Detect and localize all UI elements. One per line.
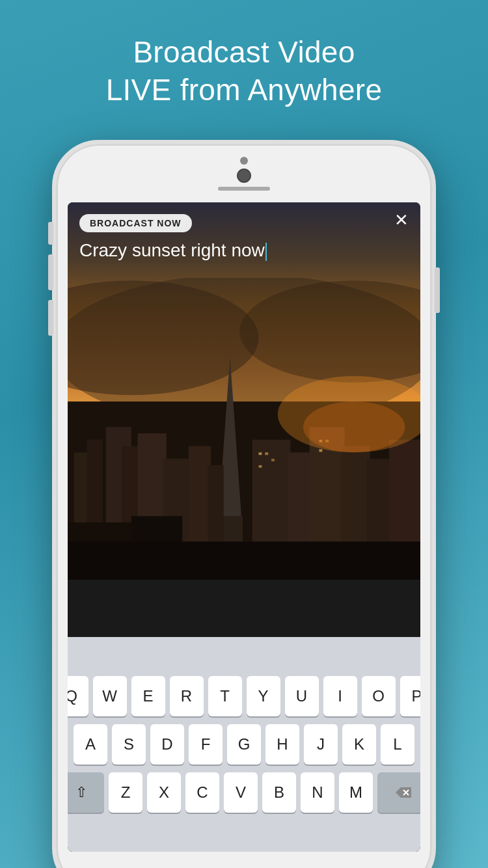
phone-screen: BROADCAST NOW ✕ Crazy sunset right now (68, 202, 420, 852)
broadcast-title[interactable]: Crazy sunset right now (79, 240, 409, 261)
power-button[interactable] (435, 267, 440, 313)
svg-rect-21 (265, 452, 268, 455)
key-r[interactable]: R (170, 676, 204, 716)
volume-down-button[interactable] (48, 300, 53, 336)
svg-rect-26 (319, 449, 322, 452)
delete-key[interactable] (377, 772, 420, 813)
key-m[interactable]: M (339, 772, 373, 813)
key-z[interactable]: Z (109, 772, 142, 813)
close-icon: ✕ (394, 210, 409, 230)
broadcast-title-text: Crazy sunset right now (79, 240, 265, 260)
key-f[interactable]: F (189, 724, 223, 765)
key-n[interactable]: N (301, 772, 334, 813)
volume-up-button[interactable] (48, 254, 53, 290)
keyboard-area: Q W E R T Y U I O P A S D F G (68, 637, 420, 852)
speaker-bar (218, 187, 270, 191)
key-s[interactable]: S (112, 724, 146, 765)
svg-rect-29 (68, 541, 420, 580)
key-b[interactable]: B (262, 772, 296, 813)
svg-point-31 (303, 401, 405, 452)
key-v[interactable]: V (224, 772, 258, 813)
key-i[interactable]: I (323, 676, 357, 716)
key-p[interactable]: P (400, 676, 421, 716)
svg-rect-23 (259, 465, 262, 468)
key-q[interactable]: Q (68, 676, 88, 716)
phone-shell: BROADCAST NOW ✕ Crazy sunset right now (52, 140, 436, 868)
key-j[interactable]: J (304, 724, 338, 765)
key-a[interactable]: A (74, 724, 107, 765)
text-cursor (265, 243, 267, 261)
key-d[interactable]: D (150, 724, 184, 765)
phone-top-hardware (218, 157, 270, 191)
keyboard-row-3: ⇧ Z X C V B N M (68, 772, 420, 813)
keyboard-row-1: Q W E R T Y U I O P (68, 676, 420, 716)
keyboard-row-2: A S D F G H J K L (74, 724, 414, 765)
key-x[interactable]: X (147, 772, 181, 813)
svg-rect-20 (259, 452, 262, 455)
svg-rect-22 (271, 459, 275, 461)
close-button[interactable]: ✕ (394, 211, 409, 228)
key-g[interactable]: G (227, 724, 261, 765)
key-k[interactable]: K (342, 724, 376, 765)
key-o[interactable]: O (362, 676, 396, 716)
key-l[interactable]: L (381, 724, 414, 765)
key-u[interactable]: U (285, 676, 319, 716)
key-e[interactable]: E (131, 676, 165, 716)
broadcast-badge: BROADCAST NOW (79, 214, 192, 232)
mute-button[interactable] (48, 222, 53, 245)
shift-key[interactable]: ⇧ (68, 772, 104, 813)
key-h[interactable]: H (265, 724, 299, 765)
key-y[interactable]: Y (247, 676, 280, 716)
phone-wrap: BROADCAST NOW ✕ Crazy sunset right now (52, 140, 436, 868)
speaker-dot (240, 157, 248, 165)
broadcast-badge-label: BROADCAST NOW (90, 218, 182, 228)
key-c[interactable]: C (185, 772, 219, 813)
key-t[interactable]: T (208, 676, 242, 716)
key-w[interactable]: W (93, 676, 127, 716)
headline: Broadcast Video LIVE from Anywhere (106, 34, 383, 109)
city-skyline (68, 278, 420, 580)
headline-line1: Broadcast Video (133, 35, 355, 69)
camera (237, 169, 251, 183)
headline-line2: LIVE from Anywhere (106, 73, 383, 107)
